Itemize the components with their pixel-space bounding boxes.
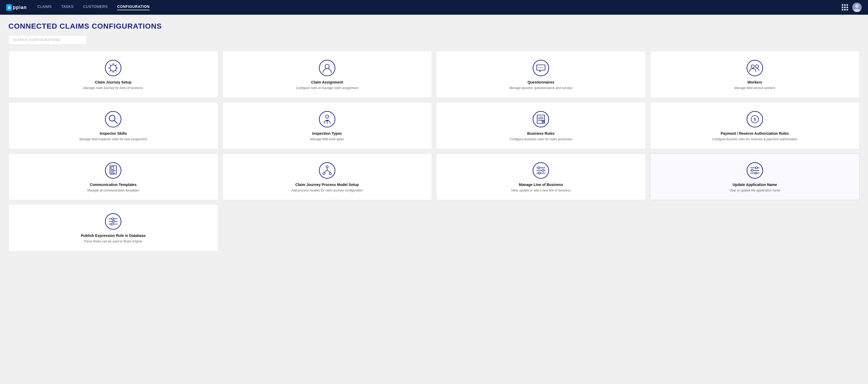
grid-dot	[844, 6, 846, 8]
svg-point-12	[755, 65, 758, 68]
card-manage-line-business[interactable]: Manage Line of Business View, update or …	[436, 153, 646, 200]
card-payment-reserve[interactable]: $ Payment / Reserve Authorization Rules …	[650, 102, 860, 149]
search-icon	[105, 111, 122, 128]
card-business-rules[interactable]: Business Rules Configure business rules …	[436, 102, 646, 149]
grid-dot	[842, 9, 843, 10]
svg-rect-34	[111, 167, 114, 170]
nav-claims[interactable]: CLAIMS	[37, 4, 52, 10]
svg-point-41	[329, 173, 331, 175]
card-desc: View or update the application name	[730, 188, 780, 193]
page-title: CONNECTED CLAIMS CONFIGURATIONS	[8, 22, 860, 30]
svg-point-38	[319, 163, 335, 178]
svg-point-9	[542, 67, 543, 68]
svg-point-40	[323, 173, 325, 175]
grid-dot	[844, 9, 846, 10]
card-desc: Add process models for claim journey con…	[291, 188, 363, 193]
main-content: CONNECTED CLAIMS CONFIGURATIONS Claim Jo…	[0, 15, 868, 259]
card-title: Claim Journey Setup	[95, 80, 131, 84]
card-publish-expression-rule[interactable]: Publish Expression Rule in Database Thes…	[8, 204, 218, 252]
doc-page-icon	[105, 162, 122, 179]
list-doc-icon	[532, 111, 549, 128]
nav-tasks[interactable]: TASKS	[61, 4, 73, 10]
card-claim-journey-setup[interactable]: Claim Journey Setup Manage claim journey…	[8, 51, 218, 98]
grid-dot	[846, 6, 848, 8]
card-desc: Manage field inspector skills for task a…	[80, 137, 147, 142]
svg-point-11	[751, 65, 754, 68]
logo-letter: a	[6, 4, 12, 11]
branch-icon	[319, 162, 336, 179]
nav-links: CLAIMS TASKS CUSTOMERS CONFIGURATION	[37, 4, 842, 10]
card-desc: Manage field service workers	[734, 86, 775, 90]
svg-point-7	[540, 67, 541, 68]
card-desc: Manage claim journey for lines of busine…	[84, 86, 143, 90]
nav-configuration[interactable]: CONFIGURATION	[117, 4, 150, 10]
svg-point-63	[111, 223, 113, 225]
grid-dot	[844, 4, 846, 6]
card-questionnaires[interactable]: Questionnaires Manage dynamic questionna…	[436, 51, 646, 98]
svg-point-56	[755, 172, 757, 174]
grid-dot	[842, 4, 843, 6]
grid-dot	[846, 9, 848, 10]
card-title: Business Rules	[527, 131, 555, 136]
card-title: Claim Assignment	[311, 80, 343, 84]
svg-point-5	[325, 64, 329, 68]
card-desc: Configure business rules for claim proce…	[509, 137, 572, 142]
nav-customers[interactable]: CUSTOMERS	[83, 4, 108, 10]
grid-dot	[842, 6, 843, 8]
svg-point-6	[533, 60, 549, 76]
card-inspection-types[interactable]: Inspection Types Manage field work types	[222, 102, 432, 149]
card-desc: Manage dynamic questionnaires and survey…	[509, 86, 572, 90]
svg-point-1	[855, 4, 859, 8]
card-title: Inspection Types	[312, 131, 342, 136]
card-desc: These Rules can be used in Rules Engine.	[84, 239, 143, 244]
card-workers[interactable]: Workers Manage field service workers	[650, 51, 860, 98]
svg-rect-21	[537, 115, 545, 123]
grid-dot	[846, 4, 848, 6]
card-title: Payment / Reserve Authorization Rules	[721, 131, 789, 136]
app-logo[interactable]: a ppian	[6, 4, 27, 11]
card-desc: View, update or add a new line of busine…	[511, 188, 571, 193]
svg-point-16	[319, 111, 335, 127]
svg-point-39	[326, 166, 328, 168]
card-claim-assignment[interactable]: Claim Assignment Configure rules to mana…	[222, 51, 432, 98]
sliders2-icon	[105, 213, 122, 230]
card-title: Manage Line of Business	[519, 182, 563, 187]
card-inspector-skills[interactable]: Inspector Skills Manage field inspector …	[8, 102, 218, 149]
card-desc: Manage field work types	[310, 137, 344, 142]
nav-right	[842, 3, 862, 12]
sliders-icon	[746, 162, 763, 179]
card-title: Workers	[747, 80, 762, 84]
sliders-icon	[532, 162, 549, 179]
card-communication-templates[interactable]: Communication Templates Manage all commu…	[8, 153, 218, 200]
people-icon	[746, 60, 763, 77]
svg-point-20	[533, 111, 549, 127]
svg-point-8	[539, 67, 539, 68]
card-title: Questionnaires	[527, 80, 554, 84]
app-grid-icon[interactable]	[842, 4, 848, 10]
svg-point-61	[112, 218, 114, 220]
card-update-application-name[interactable]: Update Application Name View or update t…	[650, 153, 860, 200]
svg-point-55	[751, 170, 753, 172]
chat-bubble-icon	[532, 60, 549, 77]
svg-point-62	[113, 220, 115, 223]
logo-word: ppian	[13, 5, 27, 10]
card-desc: Configure rules to manage claim assignme…	[296, 86, 358, 90]
card-title: Inspector Skills	[100, 131, 127, 136]
card-desc: Configure busines rules for reserves & p…	[712, 137, 798, 142]
card-title: Update Application Name	[733, 182, 777, 187]
svg-point-48	[542, 170, 544, 172]
svg-point-13	[105, 111, 121, 127]
search-input[interactable]	[8, 35, 87, 45]
svg-point-17	[326, 115, 329, 118]
config-grid: Claim Journey Setup Manage claim journey…	[8, 51, 860, 252]
card-title: Publish Expression Rule in Database	[81, 234, 146, 238]
svg-text:$: $	[754, 117, 756, 122]
card-title: Claim Journey Process Model Setup	[296, 182, 359, 187]
person-pin-icon	[319, 111, 336, 128]
card-title: Communication Templates	[90, 182, 136, 187]
navbar: a ppian CLAIMS TASKS CUSTOMERS CONFIGURA…	[0, 0, 868, 15]
card-claim-journey-process[interactable]: Claim Journey Process Model Setup Add pr…	[222, 153, 432, 200]
svg-point-10	[747, 60, 763, 76]
svg-point-4	[319, 60, 335, 76]
user-avatar[interactable]	[852, 3, 862, 12]
